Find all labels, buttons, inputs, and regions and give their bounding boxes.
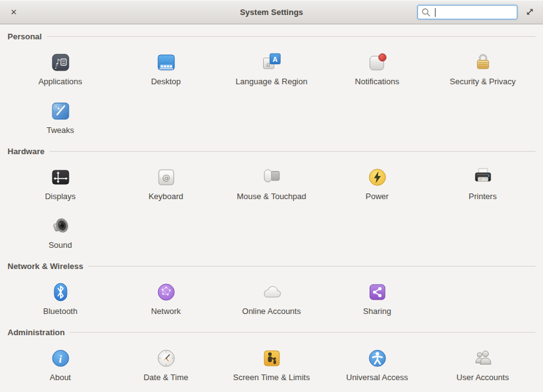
svg-text:A: A (272, 56, 277, 63)
svg-text:@: @ (162, 173, 170, 182)
notifications-icon (367, 52, 388, 73)
section-title: Personal (7, 32, 42, 41)
applications-icon: ♪ ♪ (50, 52, 71, 73)
section-title: Hardware (7, 147, 44, 156)
settings-item-label: User Accounts (457, 373, 509, 383)
settings-item-printers[interactable]: Printers (430, 157, 536, 205)
sharing-icon (367, 282, 388, 303)
settings-item-label: Date & Time (144, 373, 189, 383)
search-field[interactable] (417, 5, 517, 19)
settings-item-power[interactable]: Power (324, 157, 430, 205)
settings-item-date-time[interactable]: Date & Time (113, 338, 219, 386)
settings-item-label: Power (366, 192, 389, 202)
settings-item-sharing[interactable]: Sharing (324, 272, 430, 320)
screen-time-icon (261, 348, 282, 369)
power-icon (367, 167, 388, 188)
settings-item-label: Tweaks (46, 125, 74, 135)
settings-item-applications[interactable]: ♪ ♪ Applications (7, 42, 113, 91)
displays-icon (50, 167, 71, 188)
settings-item-label: About (50, 373, 71, 383)
universal-access-icon (367, 348, 388, 369)
maximize-icon (525, 7, 535, 17)
settings-item-keyboard[interactable]: @ Keyboard (113, 157, 219, 205)
settings-item-about[interactable]: i About (7, 338, 113, 386)
security-privacy-icon (472, 52, 494, 73)
section-grid-administration: i About Date & Time (7, 338, 536, 386)
section-title: Network & Wireless (7, 262, 83, 271)
settings-item-label: Universal Access (346, 373, 408, 383)
bluetooth-icon (50, 282, 71, 303)
sound-icon (50, 215, 71, 237)
settings-item-label: Security & Privacy (450, 77, 516, 87)
mouse-touchpad-icon (261, 167, 282, 188)
settings-item-label: Desktop (151, 77, 181, 87)
about-icon: i (50, 348, 71, 369)
settings-item-screen-time[interactable]: Screen Time & Limits (219, 338, 324, 386)
settings-item-user-accounts[interactable]: User Accounts (430, 338, 536, 386)
section-header-administration: Administration (7, 326, 536, 338)
date-time-icon (156, 348, 177, 369)
settings-item-label: Notifications (355, 77, 399, 87)
section-grid-network-wireless: Bluetooth Network (7, 272, 536, 320)
settings-item-label: Keyboard (149, 192, 184, 202)
online-accounts-icon (261, 282, 282, 303)
settings-item-notifications[interactable]: Notifications (324, 42, 430, 91)
settings-item-label: Mouse & Touchpad (237, 192, 306, 202)
settings-item-label: Printers (469, 192, 497, 202)
network-icon (156, 282, 177, 303)
section-divider (70, 332, 536, 333)
section-grid-hardware: Displays @ Keyboard Mouse & Touchpad (7, 157, 536, 254)
section-divider (47, 36, 536, 37)
settings-item-tweaks[interactable]: Tweaks (7, 91, 113, 139)
search-input[interactable] (436, 7, 517, 17)
settings-item-network[interactable]: Network (113, 272, 219, 320)
tweaks-icon (50, 100, 71, 122)
settings-item-language-region[interactable]: a A Language & Region (219, 42, 324, 91)
settings-item-label: Online Accounts (242, 306, 301, 316)
settings-item-security-privacy[interactable]: Security & Privacy (430, 42, 536, 91)
settings-item-label: Bluetooth (43, 306, 77, 316)
settings-item-label: Sound (49, 240, 72, 250)
window-titlebar: ✕ System Settings (0, 0, 543, 24)
settings-item-label: Screen Time & Limits (233, 373, 310, 383)
section-title: Administration (7, 328, 65, 337)
settings-item-sound[interactable]: Sound (7, 205, 113, 254)
settings-item-displays[interactable]: Displays (7, 157, 113, 205)
section-header-personal: Personal (7, 31, 536, 42)
settings-item-universal-access[interactable]: Universal Access (324, 338, 430, 386)
section-divider (88, 266, 536, 267)
settings-item-label: Language & Region (236, 77, 307, 87)
language-region-icon: a A (261, 52, 282, 73)
user-accounts-icon (472, 348, 494, 369)
keyboard-icon: @ (156, 167, 177, 188)
settings-item-online-accounts[interactable]: Online Accounts (219, 272, 324, 320)
section-grid-personal: ♪ ♪ Applications (7, 42, 536, 139)
maximize-button[interactable] (522, 0, 538, 24)
settings-item-mouse-touchpad[interactable]: Mouse & Touchpad (219, 157, 324, 205)
settings-item-label: Applications (38, 77, 82, 87)
settings-item-bluetooth[interactable]: Bluetooth (7, 272, 113, 320)
settings-panel: Personal ♪ ♪ Applications (0, 31, 543, 386)
svg-text:i: i (59, 353, 62, 365)
settings-item-label: Sharing (363, 306, 391, 316)
settings-item-label: Network (151, 306, 181, 316)
settings-item-desktop[interactable]: Desktop (113, 42, 219, 91)
settings-item-label: Displays (45, 192, 76, 202)
section-header-network-wireless: Network & Wireless (7, 260, 536, 272)
desktop-icon (156, 52, 177, 73)
section-divider (49, 151, 536, 152)
svg-text:♪: ♪ (54, 64, 58, 70)
search-icon (421, 7, 431, 17)
printers-icon (472, 167, 494, 188)
section-header-hardware: Hardware (7, 145, 536, 157)
